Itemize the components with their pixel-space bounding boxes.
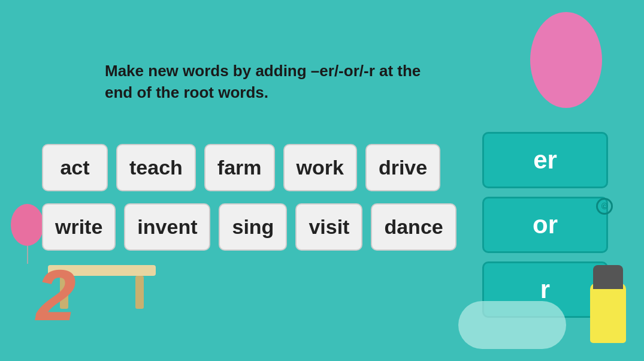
balloon-left-decor (11, 204, 44, 246)
number-character: 2 (36, 259, 76, 331)
word-card-dance[interactable]: dance (371, 203, 456, 251)
word-card-invent[interactable]: invent (124, 203, 210, 251)
cloud-decor (458, 301, 566, 349)
word-card-work[interactable]: work (283, 144, 357, 191)
word-card-act[interactable]: act (42, 144, 108, 191)
word-card-teach[interactable]: teach (116, 144, 196, 191)
instruction-line2: end of the root words. (105, 83, 268, 101)
instruction-text: Make new words by adding –er/-or/-r at t… (105, 60, 421, 104)
suffix-panel: er or r (482, 132, 608, 318)
word-row-1: act teach farm work drive (42, 144, 456, 191)
word-card-farm[interactable]: farm (204, 144, 275, 191)
suffix-er[interactable]: er (482, 132, 608, 188)
word-card-drive[interactable]: drive (365, 144, 440, 191)
word-card-visit[interactable]: visit (295, 203, 362, 251)
copyright-icon: © (596, 198, 613, 215)
word-grid: act teach farm work drive write invent s… (42, 144, 456, 251)
suffix-or[interactable]: or (482, 197, 608, 253)
balloon-right-decor (530, 12, 602, 108)
yellow-char-head (593, 265, 623, 289)
instruction-line1: Make new words by adding –er/-or/-r at t… (105, 62, 421, 80)
word-card-write[interactable]: write (42, 203, 116, 251)
word-row-2: write invent sing visit dance (42, 203, 456, 251)
yellow-character (590, 283, 626, 343)
word-card-sing[interactable]: sing (219, 203, 287, 251)
bench-leg-right (135, 276, 144, 309)
